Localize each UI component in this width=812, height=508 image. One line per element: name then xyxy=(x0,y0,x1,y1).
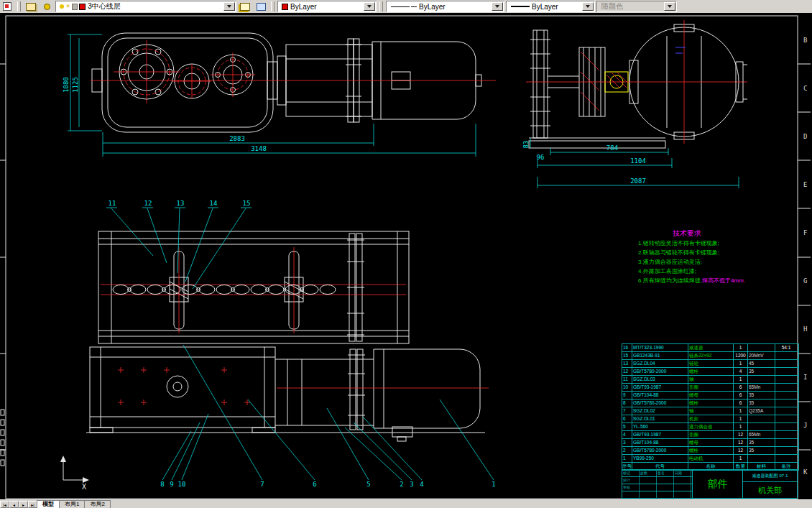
tab-bar-filler xyxy=(111,500,812,508)
table-cell-name: 垫圈 xyxy=(688,384,734,391)
table-cell-qty: 1 xyxy=(734,376,748,383)
svg-text:1: 1 xyxy=(492,481,495,488)
view-section[interactable] xyxy=(98,231,409,343)
tab-nav-prev-button[interactable]: ◂ xyxy=(9,501,19,508)
svg-text:J: J xyxy=(803,422,807,429)
toolbar-grip[interactable] xyxy=(17,1,21,11)
title-block-label xyxy=(657,484,674,491)
table-cell-note xyxy=(775,431,797,438)
table-cell-no: 8 xyxy=(622,400,632,407)
svg-text:5: 5 xyxy=(366,481,370,488)
svg-text:8: 8 xyxy=(160,481,164,488)
lineweight-combo[interactable]: ByLayer xyxy=(506,1,595,12)
table-cell-no: 4 xyxy=(622,431,632,438)
table-cell-no: 9 xyxy=(622,392,632,399)
layer-thaw-icon[interactable]: ☀ xyxy=(65,4,70,9)
table-cell-mat: 45 xyxy=(748,360,775,367)
title-block-label: 签名 xyxy=(657,470,674,476)
table-cell-name: 轴 xyxy=(688,407,734,415)
svg-text:15: 15 xyxy=(243,200,251,207)
table-cell-qty: 1 xyxy=(734,423,748,430)
table-cell-mat: 20MnV xyxy=(748,352,775,359)
linetype-combo[interactable]: ByLayer xyxy=(386,1,504,12)
svg-text:11: 11 xyxy=(109,200,116,207)
layer-on-icon[interactable] xyxy=(60,4,64,9)
view-top-plan[interactable] xyxy=(91,33,496,132)
title-block-label: 处数 xyxy=(640,470,657,476)
layer-properties-button[interactable] xyxy=(24,1,38,12)
svg-text:K: K xyxy=(803,468,808,476)
title-block-label xyxy=(622,491,640,499)
ucs-icon: X xyxy=(60,456,89,491)
table-cell-name: 链条22×92 xyxy=(688,352,734,359)
table-cell-code: GB/T104-88 xyxy=(632,439,688,446)
chevron-down-icon xyxy=(495,5,499,8)
plot-style-combo: 随颜色 xyxy=(596,1,677,12)
layer-states-button[interactable] xyxy=(40,1,54,12)
table-cell-no: 13 xyxy=(622,360,632,367)
parts-table-rows: 16MT/T323-1990减速器154:115GB1243B-91链条22×9… xyxy=(622,344,798,463)
svg-text:7: 7 xyxy=(260,481,264,488)
tab-layout1[interactable]: 布局1 xyxy=(59,500,85,508)
layer-previous-icon xyxy=(257,3,266,11)
toolbar-grip[interactable] xyxy=(379,1,383,11)
table-cell-name: 轴 xyxy=(688,376,734,383)
title-block-label xyxy=(640,491,657,499)
table-cell-mat: Q235A xyxy=(748,407,775,415)
color-swatch-icon xyxy=(3,2,11,11)
tab-nav-first-button[interactable]: |◂ xyxy=(0,501,9,508)
layer-unlock-icon[interactable] xyxy=(72,4,78,10)
technical-requirements: 技术要求 1.链转动应灵活不得有卡链现象; 2.联轴器与链轮不得有卡链现象; 3… xyxy=(638,228,807,285)
layer-previous-button[interactable] xyxy=(254,1,268,12)
title-block-label: 标记 xyxy=(622,470,640,476)
table-cell-qty: 12 xyxy=(734,439,748,446)
table-cell-mat: 35 xyxy=(748,400,775,407)
tab-layout2[interactable]: 布局2 xyxy=(84,500,110,508)
svg-text:C: C xyxy=(803,85,807,92)
table-row: 8GB/T5780-2000螺栓635 xyxy=(622,400,798,407)
table-cell-qty: 12 xyxy=(734,447,748,454)
table-cell-no: 5 xyxy=(622,423,632,430)
svg-text:3: 3 xyxy=(410,481,413,488)
table-cell-mat xyxy=(748,455,775,462)
table-cell-no: 6 xyxy=(622,415,632,422)
tech-requirement-line: 1.链转动应灵活不得有卡链现象; xyxy=(638,239,807,248)
color-combo-dropdown-button[interactable] xyxy=(364,2,375,11)
title-block-department: 机关部 xyxy=(743,482,797,498)
tab-model[interactable]: 模型 xyxy=(37,500,60,508)
lineweight-sample-icon xyxy=(511,6,530,7)
make-object-layer-current-button[interactable] xyxy=(238,1,252,12)
color-swatch-button[interactable] xyxy=(0,1,14,12)
application-window: ☀ 3中心线层 ByLayer ByLayer ByLayer xyxy=(0,0,812,508)
table-row: 2GB/T5780-2000螺栓1235 xyxy=(622,447,798,455)
table-cell-name: 垫圈 xyxy=(688,431,734,438)
view-top-plan-dimensions: 1080 1125 2883 3148 xyxy=(63,34,476,157)
layer-combo-dropdown-button[interactable] xyxy=(223,2,235,11)
title-block-label xyxy=(657,477,674,484)
table-cell-name: 螺栓 xyxy=(688,368,734,375)
drawing-canvas[interactable]: B C D E F G H I J K xyxy=(0,13,812,500)
plot-style-combo-dropdown-button xyxy=(664,2,675,11)
table-cell-qty: 1200 xyxy=(734,352,748,359)
table-cell-qty: 1 xyxy=(734,415,748,422)
plot-style-combo-value: 随颜色 xyxy=(601,1,623,11)
svg-text:2087: 2087 xyxy=(630,177,646,185)
tab-nav-next-button[interactable]: ▸ xyxy=(19,501,28,508)
table-cell-note xyxy=(775,439,797,446)
table-cell-note xyxy=(775,384,797,391)
view-front[interactable] xyxy=(86,347,489,441)
view-side[interactable] xyxy=(526,20,747,148)
color-combo[interactable]: ByLayer xyxy=(277,1,377,12)
table-cell-note xyxy=(775,455,797,462)
lineweight-combo-dropdown-button[interactable] xyxy=(582,2,594,11)
layer-combo[interactable]: ☀ 3中心线层 xyxy=(55,1,236,12)
svg-text:9: 9 xyxy=(170,481,173,488)
table-cell-code: MT/T323-1990 xyxy=(632,344,688,351)
table-cell-code: GB/T5780-2000 xyxy=(632,400,688,407)
table-cell-name: 螺栓 xyxy=(688,400,734,407)
toolbar-grip[interactable] xyxy=(271,1,274,11)
svg-text:10: 10 xyxy=(178,481,186,488)
linetype-combo-dropdown-button[interactable] xyxy=(492,2,503,11)
table-row: 10GB/T93-1987垫圈665Mn xyxy=(622,384,798,392)
table-row: 9GB/T104-88螺母635 xyxy=(622,392,798,400)
